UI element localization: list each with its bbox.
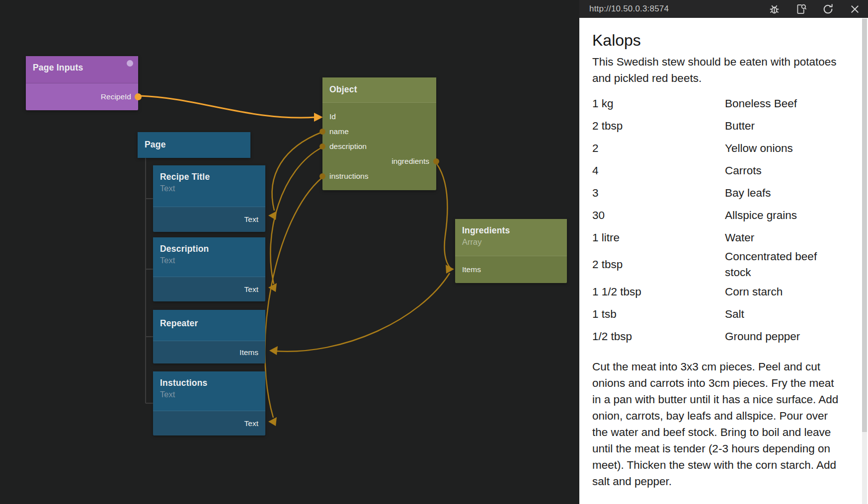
port-label: Items — [239, 348, 258, 357]
ingredient-qty: 2 — [592, 141, 725, 156]
ingredient-qty: 4 — [592, 163, 725, 179]
ingredient-row: 1 tsb Salt — [592, 303, 845, 325]
node-object[interactable]: Object Id name description ingredients i… — [322, 77, 436, 190]
port-label: Text — [244, 419, 258, 428]
ingredient-qty: 2 tbsp — [592, 257, 725, 273]
port-name[interactable]: name — [322, 124, 436, 139]
ingredient-qty: 1 1/2 tbsp — [592, 284, 725, 300]
refresh-button[interactable] — [822, 3, 834, 15]
port-text-input[interactable]: Text — [153, 411, 265, 435]
wire-ingredients-to-array — [437, 164, 450, 268]
inspect-button[interactable] — [795, 3, 807, 15]
port-label: instructions — [329, 172, 368, 181]
node-title: Object — [329, 84, 429, 95]
ingredient-row: 3 Bay leafs — [592, 182, 845, 204]
node-subtitle: Array — [462, 237, 560, 247]
ingredient-name: Corn starch — [725, 284, 845, 300]
port-ingredients[interactable]: ingredients — [322, 154, 436, 169]
close-button[interactable] — [849, 3, 861, 15]
close-icon — [849, 3, 861, 15]
output-port-dot[interactable] — [135, 93, 142, 100]
port-label: Text — [244, 285, 258, 294]
debug-button[interactable] — [768, 3, 781, 15]
node-status-dot — [127, 60, 133, 67]
node-title: Ingredients — [462, 225, 560, 236]
ingredient-name: Boneless Beef — [725, 96, 845, 112]
node-recipe-title[interactable]: Recipe Title Text Text — [153, 165, 265, 232]
ingredient-qty: 2 tbsp — [592, 118, 725, 134]
ingredient-name: Carrots — [725, 163, 845, 179]
port-label: Id — [329, 112, 336, 121]
scrollbar-thumb[interactable] — [862, 19, 867, 432]
ingredient-name: Bay leafs — [725, 185, 845, 201]
scrollbar-track[interactable] — [862, 18, 867, 504]
node-repeater[interactable]: Repeater Items — [153, 310, 265, 363]
node-title: Description — [160, 244, 258, 254]
port-text-input[interactable]: Text — [153, 207, 265, 232]
input-port-dot[interactable] — [319, 173, 325, 179]
ingredient-row: 1/2 tbsp Ground pepper — [592, 325, 845, 348]
ingredient-name: Butter — [725, 118, 845, 134]
node-subtitle: Text — [160, 256, 258, 265]
input-port-dot[interactable] — [319, 144, 325, 149]
input-port-dot[interactable] — [319, 129, 325, 135]
ingredient-name: Water — [725, 230, 845, 246]
wire-name-to-recipetitle — [272, 132, 322, 211]
node-subtitle: Text — [160, 390, 258, 399]
node-title: Instuctions — [160, 378, 258, 388]
node-page-inputs[interactable]: Page Inputs RecipeId — [26, 56, 138, 110]
port-items-input[interactable]: Items — [153, 341, 265, 363]
port-id[interactable]: Id — [322, 109, 436, 124]
inspect-icon — [795, 3, 807, 15]
node-ingredients-array[interactable]: Ingredients Array Items — [455, 219, 567, 283]
port-text-input[interactable]: Text — [153, 277, 265, 301]
output-port-dot[interactable] — [433, 158, 439, 164]
preview-content: Kalops This Swedish stew should be eaten… — [579, 18, 868, 504]
port-label: Text — [244, 215, 258, 224]
node-subtitle: Text — [160, 184, 258, 193]
ingredient-row: 4 Carrots — [592, 159, 845, 182]
preview-url: http://10.50.0.3:8574 — [589, 4, 669, 14]
port-recipeid[interactable]: RecipeId — [26, 83, 138, 110]
ingredient-qty: 3 — [592, 185, 725, 201]
wire-description-to-description — [270, 147, 322, 284]
wire-recipeid-to-id — [140, 96, 316, 118]
preview-panel: http://10.50.0.3:8574 — [579, 0, 868, 504]
node-title: Page — [145, 140, 243, 150]
port-items[interactable]: Items — [455, 256, 567, 283]
recipe-description: This Swedish stew should be eaten with p… — [592, 54, 845, 86]
node-title: Page Inputs — [33, 63, 131, 73]
ingredient-name: Ground pepper — [725, 329, 845, 345]
ingredient-qty: 1 tsb — [592, 306, 725, 322]
ingredient-row: 1 kg Boneless Beef — [592, 92, 845, 115]
ingredient-row: 2 tbsp Butter — [592, 115, 845, 137]
ingredient-name: Salt — [725, 306, 845, 322]
preview-topbar: http://10.50.0.3:8574 — [579, 0, 868, 18]
node-instuctions[interactable]: Instuctions Text Text — [153, 371, 265, 435]
node-title: Recipe Title — [160, 172, 258, 182]
ingredient-row: 30 Allspice grains — [592, 204, 845, 226]
port-description[interactable]: description — [322, 139, 436, 154]
ingredient-qty: 1 kg — [592, 96, 725, 112]
hierarchy-lines — [146, 158, 153, 403]
wire-array-to-repeater — [275, 273, 450, 352]
ingredient-qty: 1 litre — [592, 230, 725, 246]
recipe-instructions: Cut the meat into 3x3 cm pieces. Peel an… — [592, 359, 845, 490]
node-description[interactable]: Description Text Text — [153, 237, 265, 301]
node-canvas[interactable]: Page Inputs RecipeId Page Recipe Title T… — [0, 0, 579, 504]
wire-instructions-to-instuctions — [265, 178, 322, 418]
ingredient-name: Yellow onions — [725, 141, 845, 156]
recipe-heading: Kalops — [592, 31, 845, 50]
ingredient-name: Concentrated beef stock — [725, 249, 845, 281]
refresh-icon — [822, 3, 834, 15]
ingredient-row: 2 Yellow onions — [592, 137, 845, 159]
port-label: RecipeId — [101, 92, 131, 101]
port-label: description — [329, 142, 367, 151]
port-label: ingredients — [392, 157, 429, 166]
node-page[interactable]: Page — [138, 132, 250, 158]
debug-icon — [768, 3, 781, 15]
ingredient-qty: 30 — [592, 208, 725, 223]
ingredient-list: 1 kg Boneless Beef 2 tbsp Butter 2 Yello… — [592, 92, 845, 348]
ingredient-row: 1 1/2 tbsp Corn starch — [592, 281, 845, 303]
port-instructions[interactable]: instructions — [322, 169, 436, 184]
